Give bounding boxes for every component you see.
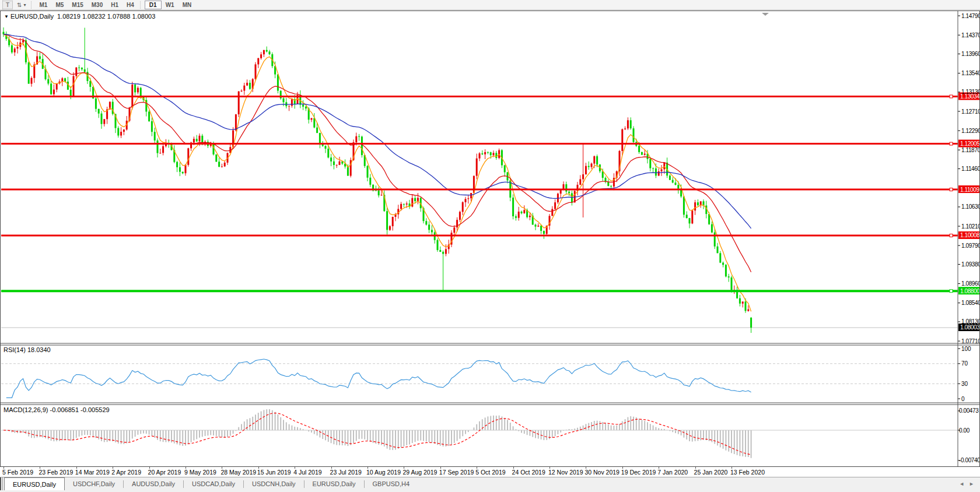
date-label: 12 Nov 2019 [548,469,583,476]
candle-body [134,85,136,92]
candle-body [686,215,688,218]
toolbar-separator [140,1,143,9]
timeframe-button-h1[interactable]: H1 [107,1,123,9]
hline-handle[interactable] [950,234,953,237]
text-tool-button[interactable]: T [2,1,13,9]
candle-body [490,152,492,155]
candle-body [551,209,553,216]
candle-body [95,99,97,109]
candle-body [731,277,733,290]
candle-body [428,224,430,230]
date-label: 20 Apr 2019 [148,469,181,476]
candle-body [481,153,483,154]
hline-handle[interactable] [950,188,953,191]
candle-body [512,198,514,216]
toolbar: T ⇅ ▾ M1M5M15M30H1H4D1W1MN [0,0,980,10]
timeframe-button-w1[interactable]: W1 [162,1,178,9]
candle-body [179,167,181,172]
candle-body [745,301,747,311]
candle-body [453,227,455,233]
chart-tab-5[interactable]: EURUSD,Daily [304,477,364,490]
date-label: 14 Mar 2019 [75,469,110,476]
candle-body [672,180,674,183]
candle-body [151,121,153,132]
candle-body [689,218,691,223]
candle-body [607,182,609,186]
candle-body [277,75,279,91]
dropdown-caret-icon: ▾ [24,2,26,8]
candle-body [742,301,744,303]
candle-body [33,65,35,78]
candle-body [728,276,730,277]
macd-histogram [4,409,751,458]
candle-body [437,240,439,250]
candle-body [117,128,119,136]
double-arrow-button[interactable]: ⇅ ▾ [14,1,29,9]
date-label: 24 Oct 2019 [512,469,545,476]
candle-body [112,102,114,114]
price-tick-label: 1.11460 [961,166,980,172]
candle-body [196,139,198,141]
price-axis: 1.147901.143701.139601.135401.131301.127… [958,13,980,345]
candle-body [493,153,495,155]
candle-body [610,186,612,187]
candle-body [361,136,363,155]
candle-body [403,204,405,205]
tab-bar-grip [0,477,3,490]
date-label: 5 Feb 2019 [2,469,33,476]
date-label: 10 Aug 2019 [366,469,401,476]
candle-body [98,109,100,114]
hline-handle[interactable] [950,142,953,145]
hline-price-text: 1.11009 [960,187,979,193]
tab-scroll-left-button[interactable]: ◄ [959,481,964,487]
candle-body [193,139,195,142]
candle-body [120,132,122,136]
candle-body [392,217,394,226]
candle-body [187,148,189,165]
candle-body [411,198,413,207]
chart-tab-6[interactable]: GBPUSD,H4 [365,477,418,490]
chart-tab-2[interactable]: AUDUSD,Daily [124,477,183,490]
timeframe-button-m5[interactable]: M5 [51,1,68,9]
timeframe-button-m15[interactable]: M15 [68,1,87,9]
shift-marker-icon[interactable] [762,13,769,16]
price-tick-label: 1.09380 [961,261,980,268]
candle-body [302,105,304,107]
chart-tab-0[interactable]: EURUSD,Daily [4,477,65,490]
candle-body [154,132,156,140]
tab-scroll-right-button[interactable]: ► [969,481,974,487]
candle-body [322,145,324,146]
macd-tick-label: 0.00 [959,427,970,434]
toolbar-separator [31,1,34,9]
candle-body [445,249,447,254]
hline-handle[interactable] [950,290,953,293]
chart-tab-3[interactable]: USDCAD,Daily [184,477,243,490]
chart-tab-4[interactable]: USDCNH,Daily [244,477,304,490]
timeframe-button-d1[interactable]: D1 [145,1,162,9]
candle-body [588,166,590,167]
candle-body [89,81,91,87]
candle-body [711,224,713,233]
candle-body [325,146,327,149]
candle-body [367,166,369,178]
price-tick-label: 1.12710 [961,108,980,115]
hline-handle[interactable] [950,95,953,98]
candle-body [255,64,257,79]
chart-tab-1[interactable]: USDCHF,Daily [65,477,123,490]
candle-body [431,230,433,232]
timeframe-button-m30[interactable]: M30 [88,1,107,9]
candle-body [537,226,539,227]
candle-body [103,119,105,124]
timeframe-button-m1[interactable]: M1 [36,1,52,9]
candle-body [288,106,290,107]
price-tick-label: 1.14370 [961,32,980,38]
candle-body [39,56,41,59]
timeframe-button-h4[interactable]: H4 [123,1,138,9]
candle-body [593,156,595,164]
candle-body [157,140,159,153]
candle-body [28,62,30,84]
candle-body [47,79,49,84]
candle-body [504,166,506,173]
candle-body [185,165,187,173]
timeframe-button-mn[interactable]: MN [178,1,196,9]
